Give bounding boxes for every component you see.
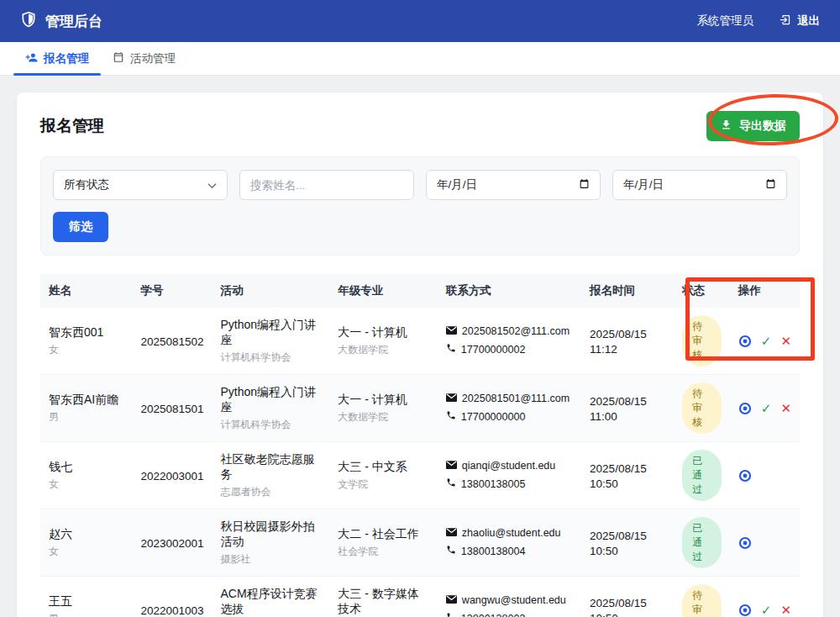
activity-org: 摄影社 bbox=[221, 552, 322, 567]
envelope-icon bbox=[446, 323, 457, 340]
student-name: 智东西001 bbox=[49, 325, 123, 340]
student-gender: 男 bbox=[49, 612, 123, 617]
reject-action-icon[interactable]: ✕ bbox=[780, 604, 791, 616]
navbar-right: 系统管理员 退出 bbox=[697, 13, 821, 29]
activity-name: ACM程序设计竞赛选拔 bbox=[221, 587, 322, 617]
status-select[interactable]: 所有状态 bbox=[53, 170, 228, 200]
phone-icon bbox=[446, 543, 456, 561]
college: 社会学院 bbox=[338, 545, 429, 559]
phone-icon bbox=[446, 610, 456, 617]
table-row: 钱七 女 2022003001 社区敬老院志愿服务 志愿者协会 大三 - 中文系… bbox=[40, 442, 800, 509]
filter-row: 所有状态 年/月/日 bbox=[53, 170, 787, 200]
activity-name: Python编程入门讲座 bbox=[221, 385, 322, 415]
college: 文学院 bbox=[338, 477, 429, 492]
approve-action-icon[interactable]: ✓ bbox=[761, 402, 772, 414]
phone-icon bbox=[446, 409, 456, 426]
view-action-icon[interactable] bbox=[738, 536, 752, 550]
view-action-icon[interactable] bbox=[738, 335, 752, 348]
table-row: 赵六 女 2023002001 秋日校园摄影外拍活动 摄影社 大二 - 社会工作… bbox=[40, 509, 800, 577]
table-head: 姓名学号活动年级专业联系方式报名时间状态操作 bbox=[40, 274, 800, 308]
email: 2025081502@111.com bbox=[446, 323, 573, 340]
brand: 管理后台 bbox=[20, 11, 102, 32]
page-title: 报名管理 bbox=[40, 115, 104, 137]
view-action-icon[interactable] bbox=[738, 402, 752, 415]
phone-icon bbox=[446, 476, 456, 493]
grade-major: 大一 - 计算机 bbox=[338, 325, 429, 340]
registration-time: 2025/08/15 11:00 bbox=[590, 395, 647, 423]
logout-button[interactable]: 退出 bbox=[779, 13, 820, 29]
grade-major: 大三 - 中文系 bbox=[338, 460, 429, 475]
logout-label: 退出 bbox=[797, 13, 820, 29]
export-data-label: 导出数据 bbox=[739, 119, 786, 134]
tab-registrations[interactable]: 报名管理 bbox=[13, 42, 101, 75]
table-row: 王五 男 2022001003 ACM程序设计竞赛选拔 计算机科学协会 大三 -… bbox=[40, 577, 800, 617]
shield-icon bbox=[20, 11, 37, 32]
activity-name: 秋日校园摄影外拍活动 bbox=[221, 519, 322, 550]
date-to-value: 年/月/日 bbox=[623, 177, 664, 192]
column-header: 报名时间 bbox=[581, 274, 674, 308]
status-badge: 已通过 bbox=[682, 450, 722, 501]
college: 大数据学院 bbox=[338, 410, 429, 425]
email: 2025081501@111.com bbox=[446, 390, 573, 408]
tab-activities[interactable]: 活动管理 bbox=[101, 42, 187, 75]
view-action-icon[interactable] bbox=[738, 469, 752, 483]
phone: 13800138004 bbox=[446, 543, 573, 561]
phone: 13800138003 bbox=[446, 610, 573, 617]
envelope-icon bbox=[446, 457, 457, 475]
phone: 17700000000 bbox=[446, 409, 573, 426]
tab-registrations-label: 报名管理 bbox=[44, 51, 89, 66]
row-actions: ✓✕ bbox=[738, 335, 791, 348]
envelope-icon bbox=[446, 592, 457, 609]
student-name: 钱七 bbox=[49, 460, 123, 475]
column-header: 年级专业 bbox=[329, 274, 438, 308]
date-from-input[interactable]: 年/月/日 bbox=[426, 170, 601, 200]
date-from-value: 年/月/日 bbox=[437, 177, 477, 192]
activity-org: 计算机科学协会 bbox=[221, 351, 322, 365]
student-id: 2023002001 bbox=[140, 537, 203, 550]
table-row: 智东西001 女 2025081502 Python编程入门讲座 计算机科学协会… bbox=[40, 308, 800, 375]
person-add-icon bbox=[25, 51, 38, 66]
row-actions: ✓✕ bbox=[738, 402, 791, 415]
tab-activities-label: 活动管理 bbox=[130, 51, 176, 66]
reject-action-icon[interactable]: ✕ bbox=[780, 402, 791, 414]
phone: 13800138005 bbox=[446, 476, 573, 493]
grade-major: 大三 - 数字媒体技术 bbox=[338, 587, 429, 617]
student-gender: 男 bbox=[49, 410, 123, 425]
reject-action-icon[interactable]: ✕ bbox=[780, 335, 791, 347]
chevron-down-icon bbox=[207, 179, 217, 192]
student-name: 智东西AI前瞻 bbox=[49, 393, 123, 408]
search-input[interactable] bbox=[250, 179, 403, 192]
table-body: 智东西001 女 2025081502 Python编程入门讲座 计算机科学协会… bbox=[40, 308, 800, 617]
filter-button[interactable]: 筛选 bbox=[53, 212, 108, 242]
header-row: 姓名学号活动年级专业联系方式报名时间状态操作 bbox=[40, 274, 800, 308]
approve-action-icon[interactable]: ✓ bbox=[761, 604, 772, 616]
date-to-input[interactable]: 年/月/日 bbox=[612, 170, 787, 200]
college: 大数据学院 bbox=[338, 343, 429, 357]
column-header: 活动 bbox=[213, 274, 330, 308]
view-action-icon[interactable] bbox=[738, 604, 752, 617]
column-header: 学号 bbox=[132, 274, 212, 308]
registration-time: 2025/08/15 10:50 bbox=[590, 462, 647, 490]
email: wangwu@student.edu bbox=[446, 592, 573, 609]
student-name: 王五 bbox=[49, 594, 123, 609]
activity-org: 计算机科学协会 bbox=[221, 418, 322, 432]
column-header: 姓名 bbox=[40, 274, 132, 308]
approve-action-icon[interactable]: ✓ bbox=[761, 335, 772, 347]
student-gender: 女 bbox=[49, 343, 123, 357]
export-data-button[interactable]: 导出数据 bbox=[706, 111, 800, 141]
status-select-value: 所有状态 bbox=[64, 177, 109, 192]
activity-name: Python编程入门讲座 bbox=[221, 318, 322, 348]
registration-time: 2025/08/15 10:50 bbox=[590, 530, 647, 557]
filter-panel: 所有状态 年/月/日 bbox=[40, 156, 800, 256]
status-badge: 待审核 bbox=[682, 382, 722, 434]
student-name: 赵六 bbox=[49, 527, 123, 542]
envelope-icon bbox=[446, 525, 457, 542]
registration-time: 2025/08/15 11:12 bbox=[590, 328, 647, 356]
logout-icon bbox=[779, 13, 791, 29]
student-id: 2022003001 bbox=[140, 470, 203, 483]
row-actions bbox=[738, 536, 791, 550]
column-header: 状态 bbox=[674, 274, 730, 308]
card-header: 报名管理 导出数据 bbox=[40, 111, 800, 141]
column-header: 联系方式 bbox=[438, 274, 581, 308]
student-id: 2025081501 bbox=[140, 403, 203, 415]
